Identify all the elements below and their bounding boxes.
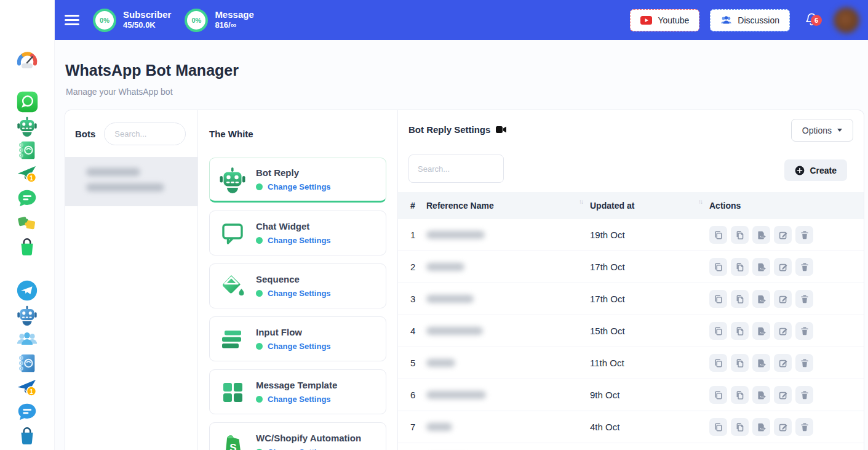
bot-list-item-selected[interactable]: [65, 157, 197, 206]
copy-icon[interactable]: [709, 258, 727, 276]
create-button[interactable]: Create: [784, 159, 847, 181]
change-settings-link[interactable]: Change Settings: [268, 395, 331, 404]
edit-icon[interactable]: [774, 226, 792, 244]
robot-icon: [218, 166, 247, 194]
whatsapp-broadcast-icon[interactable]: 1: [15, 162, 39, 187]
edit-icon[interactable]: [774, 258, 792, 276]
plus-circle-icon: [795, 166, 805, 175]
duplicate-icon[interactable]: [731, 290, 749, 308]
telegram-broadcast-icon[interactable]: 1: [15, 376, 39, 400]
telegram-group-icon[interactable]: [15, 327, 39, 352]
options-button-label: Options: [802, 126, 832, 135]
copy-icon[interactable]: [709, 322, 727, 340]
telegram-chat-icon[interactable]: [15, 400, 39, 425]
delete-icon[interactable]: [795, 290, 813, 308]
discussion-button-label: Discussion: [738, 15, 779, 25]
change-settings-link[interactable]: Change Settings: [268, 236, 331, 245]
card-title-sequence: Sequence: [256, 274, 331, 284]
whatsapp-icon[interactable]: [15, 89, 39, 114]
settings-card-message-template[interactable]: Message Template Change Settings: [209, 369, 386, 414]
svg-text:S: S: [229, 442, 236, 450]
delete-icon[interactable]: [795, 322, 813, 340]
copy-icon[interactable]: [709, 354, 727, 372]
edit-icon[interactable]: [774, 386, 792, 404]
duplicate-icon[interactable]: [731, 354, 749, 372]
table-row: 5 11th Oct: [398, 347, 864, 379]
change-settings-link[interactable]: Change Settings: [268, 448, 331, 450]
bots-panel: Bots: [65, 110, 198, 450]
updated-at: 17th Oct: [590, 294, 709, 304]
redacted-reference-name: [426, 263, 464, 271]
table-row: 1 19th Oct: [398, 219, 864, 251]
copy-icon[interactable]: [709, 418, 727, 436]
menu-toggle-icon[interactable]: [65, 12, 79, 28]
settings-card-bot-reply[interactable]: Bot Reply Change Settings: [209, 158, 386, 203]
whatsapp-contacts-icon[interactable]: [15, 138, 39, 163]
sort-icon[interactable]: ↑↓: [698, 198, 702, 205]
notifications-bell[interactable]: 6: [804, 12, 819, 28]
duplicate-icon[interactable]: [731, 226, 749, 244]
delete-icon[interactable]: [795, 226, 813, 244]
telegram-bot-icon[interactable]: [15, 303, 39, 327]
duplicate-icon[interactable]: [731, 258, 749, 276]
telegram-contacts-icon[interactable]: [15, 351, 39, 376]
copy-icon[interactable]: [709, 386, 727, 404]
copy-icon[interactable]: [709, 226, 727, 244]
change-settings-link[interactable]: Change Settings: [268, 289, 331, 298]
options-button[interactable]: Options: [791, 119, 853, 142]
bot-manager-board: Bots The White Bot Reply Change Settings: [65, 110, 864, 450]
message-label: Message: [215, 9, 253, 21]
integrations-icon[interactable]: [15, 211, 39, 235]
duplicate-icon[interactable]: [731, 386, 749, 404]
export-icon[interactable]: [752, 418, 770, 436]
export-icon[interactable]: [752, 322, 770, 340]
table-row: 3 17th Oct: [398, 283, 864, 315]
delete-icon[interactable]: [795, 258, 813, 276]
export-icon[interactable]: [752, 290, 770, 308]
avatar[interactable]: [834, 7, 859, 33]
export-icon[interactable]: [752, 354, 770, 372]
change-settings-link[interactable]: Change Settings: [268, 182, 331, 191]
delete-icon[interactable]: [795, 418, 813, 436]
edit-icon[interactable]: [774, 418, 792, 436]
duplicate-icon[interactable]: [731, 322, 749, 340]
whatsapp-chat-icon[interactable]: [15, 187, 39, 211]
settings-card-wc-shopify[interactable]: S WC/Shopify Automation Change Settings: [209, 422, 386, 450]
card-title-wc-shopify: WC/Shopify Automation: [256, 433, 361, 443]
edit-icon[interactable]: [774, 354, 792, 372]
app-root: 1 1: [0, 0, 868, 450]
create-button-label: Create: [810, 166, 837, 175]
telegram-icon[interactable]: [15, 278, 39, 303]
settings-card-chat-widget[interactable]: Chat Widget Change Settings: [209, 211, 386, 255]
video-camera-icon[interactable]: [496, 126, 506, 134]
bots-search-input[interactable]: [104, 123, 186, 145]
dashboard-gauge-icon[interactable]: [15, 47, 39, 72]
youtube-button[interactable]: Youtube: [630, 9, 699, 31]
row-index: 1: [398, 230, 426, 240]
sort-icon[interactable]: ↑↓: [579, 198, 583, 205]
row-index: 2: [398, 262, 426, 272]
export-icon[interactable]: [752, 386, 770, 404]
change-settings-link[interactable]: Change Settings: [268, 342, 331, 351]
whatsapp-bot-icon[interactable]: [15, 114, 39, 139]
whatsapp-shop-icon[interactable]: [15, 235, 39, 260]
card-title-message-template: Message Template: [256, 380, 337, 390]
export-icon[interactable]: [752, 258, 770, 276]
settings-card-sequence[interactable]: Sequence Change Settings: [209, 263, 386, 308]
delete-icon[interactable]: [795, 386, 813, 404]
edit-icon[interactable]: [774, 322, 792, 340]
edit-icon[interactable]: [774, 290, 792, 308]
message-percent: 0%: [191, 17, 201, 24]
row-index: 7: [398, 422, 426, 432]
duplicate-icon[interactable]: [731, 418, 749, 436]
delete-icon[interactable]: [795, 354, 813, 372]
table-row: [398, 443, 864, 450]
subscriber-label: Subscriber: [123, 9, 171, 21]
export-icon[interactable]: [752, 226, 770, 244]
copy-icon[interactable]: [709, 290, 727, 308]
telegram-shop-icon[interactable]: [15, 424, 39, 449]
reply-search-input[interactable]: [408, 155, 504, 183]
discussion-button[interactable]: Discussion: [710, 9, 790, 31]
chevron-down-icon: [837, 129, 842, 132]
settings-card-input-flow[interactable]: Input Flow Change Settings: [209, 316, 386, 361]
